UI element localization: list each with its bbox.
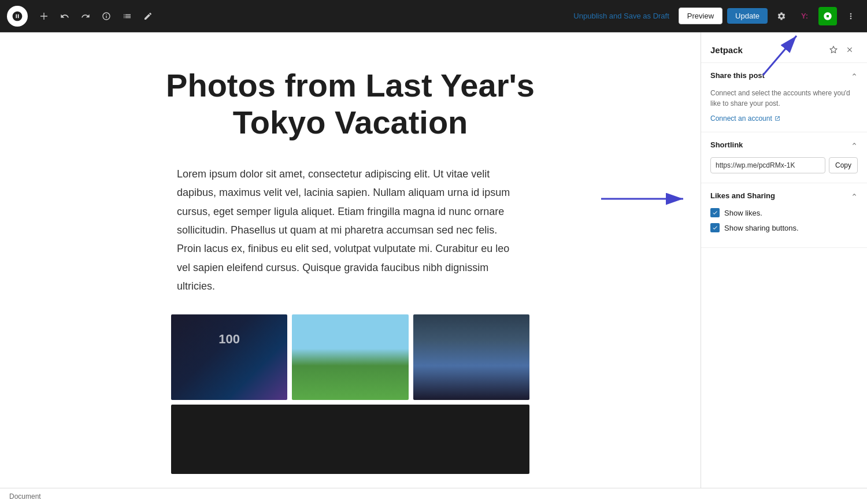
image-gallery: [171, 314, 529, 474]
panel-star-button[interactable]: [825, 42, 842, 58]
share-section-header[interactable]: Share this post: [701, 63, 867, 88]
image-row-1: [171, 314, 529, 400]
connect-link-text: Connect an account: [710, 114, 772, 123]
post-body: Lorem ipsum dolor sit amet, consectetur …: [177, 165, 524, 296]
main-area: Photos from Last Year's Tokyo Vacation L…: [0, 32, 867, 488]
shortlink-chevron-icon: [851, 140, 858, 149]
copy-button[interactable]: Copy: [829, 157, 858, 173]
connect-account-link[interactable]: Connect an account: [710, 114, 858, 123]
show-sharing-checkbox[interactable]: [710, 223, 720, 232]
panel-header: Jetpack: [701, 32, 867, 63]
likes-sharing-body: Show likes. Show sharing buttons.: [701, 208, 867, 247]
show-likes-row: Show likes.: [710, 208, 858, 217]
shortlink-row: Copy: [710, 157, 858, 173]
image-row-2: [171, 405, 529, 474]
wp-logo[interactable]: [7, 6, 28, 27]
share-section-body: Connect and select the accounts where yo…: [701, 88, 867, 132]
shortlink-section-header[interactable]: Shortlink: [701, 132, 867, 157]
share-section: Share this post Connect and select the a…: [701, 63, 867, 132]
status-bar: Document: [0, 488, 867, 504]
add-block-button[interactable]: [35, 7, 53, 25]
right-panel: Jetpack Share this post Connect and sele…: [701, 32, 867, 488]
mountain-image: [413, 314, 529, 400]
toolbar-right: Unpublish and Save as Draft Preview Upda…: [569, 7, 860, 25]
show-likes-checkbox[interactable]: [710, 208, 720, 217]
show-sharing-row: Show sharing buttons.: [710, 223, 858, 232]
main-toolbar: Unpublish and Save as Draft Preview Upda…: [0, 0, 867, 32]
status-text: Document: [9, 492, 41, 501]
update-button[interactable]: Update: [727, 8, 768, 24]
unpublish-button[interactable]: Unpublish and Save as Draft: [569, 8, 673, 24]
tokyo-image: [171, 314, 287, 400]
share-description: Connect and select the accounts where yo…: [710, 88, 858, 109]
panel-title: Jetpack: [710, 45, 825, 55]
dark-image: [171, 405, 529, 474]
shortlink-section-body: Copy: [701, 157, 867, 183]
share-section-label: Share this post: [710, 71, 851, 80]
panel-close-button[interactable]: [842, 42, 858, 58]
edit-mode-button[interactable]: [139, 7, 157, 25]
settings-button[interactable]: [772, 7, 791, 25]
share-chevron-icon: [851, 71, 858, 80]
redo-button[interactable]: [76, 7, 95, 25]
likes-sharing-section: Likes and Sharing Show likes. Show shari: [701, 183, 867, 248]
editor-area[interactable]: Photos from Last Year's Tokyo Vacation L…: [0, 32, 701, 488]
shortlink-input[interactable]: [710, 157, 825, 173]
likes-sharing-section-header[interactable]: Likes and Sharing: [701, 183, 867, 208]
undo-button[interactable]: [55, 7, 74, 25]
show-likes-label: Show likes.: [724, 209, 762, 217]
post-title: Photos from Last Year's Tokyo Vacation: [119, 67, 581, 142]
preview-button[interactable]: Preview: [679, 8, 722, 24]
field-image: [292, 314, 408, 400]
external-link-icon: [775, 116, 780, 121]
shortlink-section: Shortlink Copy: [701, 132, 867, 183]
list-view-button[interactable]: [118, 7, 136, 25]
more-options-button[interactable]: [842, 7, 860, 25]
show-sharing-label: Show sharing buttons.: [724, 224, 799, 232]
likes-chevron-icon: [851, 191, 858, 200]
likes-sharing-section-label: Likes and Sharing: [710, 191, 851, 200]
info-button[interactable]: [97, 7, 116, 25]
shortlink-section-label: Shortlink: [710, 140, 851, 149]
jetpack-button[interactable]: [818, 7, 837, 25]
yoast-button[interactable]: Y:: [795, 7, 814, 25]
